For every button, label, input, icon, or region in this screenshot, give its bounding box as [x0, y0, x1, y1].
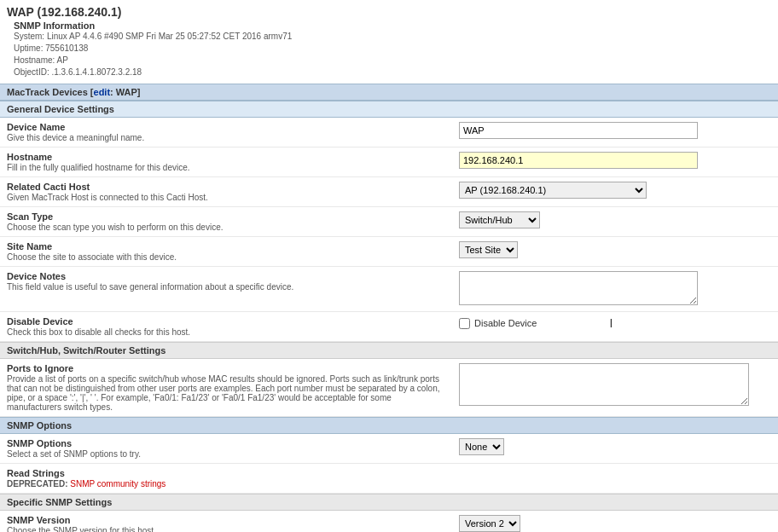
snmp-version-select[interactable]: Version 1 Version 2 Version 3: [459, 515, 520, 532]
mactrack-bar: MacTrack Devices [edit: WAP]: [0, 84, 778, 101]
snmp-info-section: SNMP Information System: Linux AP 4.4.6 …: [7, 19, 771, 82]
ports-ignore-row: Ports to Ignore Provide a list of ports …: [0, 359, 778, 417]
hostname-input-cell: [452, 147, 778, 177]
snmp-info-line4: ObjectID: .1.3.6.1.4.1.8072.3.2.18: [14, 67, 142, 77]
site-name-label: Site Name: [7, 241, 445, 252]
scan-type-row: Scan Type Choose the scan type you wish …: [0, 207, 778, 237]
device-name-desc: Give this device a meaningful name.: [7, 133, 445, 142]
cursor-indicator: I: [609, 316, 613, 330]
snmp-version-input-cell: Version 1 Version 2 Version 3: [452, 511, 778, 532]
scan-type-label: Scan Type: [7, 211, 445, 222]
disable-device-row: Disable Device Check this box to disable…: [0, 312, 778, 342]
snmp-label: SNMP Information: [14, 20, 95, 31]
hostname-row: Hostname Fill in the fully qualified hos…: [0, 147, 778, 177]
read-strings-label: Read Strings: [7, 468, 445, 478]
page-title: WAP (192.168.240.1): [7, 5, 771, 19]
snmp-info-line2: Uptime: 755610138: [14, 43, 88, 53]
specific-snmp-header: Specific SNMP Settings: [0, 494, 778, 511]
device-notes-textarea[interactable]: [459, 271, 698, 305]
device-notes-row: Device Notes This field value is useful …: [0, 267, 778, 312]
ports-ignore-label-cell: Ports to Ignore Provide a list of ports …: [0, 359, 452, 417]
switchhub-header: Switch/Hub, Switch/Router Settings: [0, 342, 778, 359]
switchhub-table: Ports to Ignore Provide a list of ports …: [0, 359, 778, 417]
deprecated-text: DEPRECATED:: [7, 479, 67, 489]
disable-device-label-cell: Disable Device Check this box to disable…: [0, 312, 452, 342]
device-name-label-cell: Device Name Give this device a meaningfu…: [0, 118, 452, 147]
read-strings-label-cell: Read Strings DEPRECATED: SNMP community …: [0, 464, 452, 494]
snmp-info-line1: System: Linux AP 4.4.6 #490 SMP Fri Mar …: [14, 32, 292, 41]
disable-device-checkbox-label: Disable Device: [474, 318, 537, 328]
general-settings-table: Device Name Give this device a meaningfu…: [0, 118, 778, 342]
cacti-host-desc: Given MacTrack Host is connected to this…: [7, 193, 445, 202]
site-name-desc: Choose the site to associate with this d…: [7, 252, 445, 262]
hostname-label-cell: Hostname Fill in the fully qualified hos…: [0, 147, 452, 177]
device-name-row: Device Name Give this device a meaningfu…: [0, 118, 778, 147]
hostname-input[interactable]: [459, 152, 698, 169]
device-notes-input-cell: [452, 267, 778, 312]
site-name-select[interactable]: Test Site: [459, 241, 518, 258]
site-name-label-cell: Site Name Choose the site to associate w…: [0, 237, 452, 267]
ports-ignore-label: Ports to Ignore: [7, 363, 445, 373]
read-strings-row: Read Strings DEPRECATED: SNMP community …: [0, 464, 778, 494]
hostname-desc: Fill in the fully qualified hostname for…: [7, 163, 445, 172]
scan-type-input-cell: Switch/Hub Switch/Router Other: [452, 207, 778, 237]
site-name-row: Site Name Choose the site to associate w…: [0, 237, 778, 267]
device-name-input[interactable]: [459, 122, 698, 139]
device-name-label: Device Name: [7, 122, 445, 132]
cacti-host-row: Related Cacti Host Given MacTrack Host i…: [0, 177, 778, 207]
cacti-host-label: Related Cacti Host: [7, 182, 445, 192]
page-header: WAP (192.168.240.1) SNMP Information Sys…: [0, 0, 778, 84]
disable-device-input-cell: Disable Device I: [452, 312, 778, 342]
disable-device-label: Disable Device: [7, 316, 445, 327]
general-settings-header: General Device Settings: [0, 101, 778, 118]
ports-ignore-textarea[interactable]: [459, 363, 749, 406]
read-strings-desc: DEPRECATED: SNMP community strings: [7, 479, 445, 489]
snmp-community-strings-link[interactable]: SNMP community strings: [70, 479, 165, 489]
snmp-options-label-cell: SNMP Options Select a set of SNMP option…: [0, 434, 452, 464]
hostname-label: Hostname: [7, 152, 445, 162]
snmp-options-table: SNMP Options Select a set of SNMP option…: [0, 434, 778, 494]
snmp-options-row: SNMP Options Select a set of SNMP option…: [0, 434, 778, 464]
snmp-version-label: SNMP Version: [7, 515, 445, 525]
specific-snmp-table: SNMP Version Choose the SNMP version for…: [0, 511, 778, 532]
snmp-options-input-cell: None: [452, 434, 778, 464]
disable-device-desc: Check this box to disable all checks for…: [7, 327, 445, 337]
device-name-input-cell: [452, 118, 778, 147]
scan-type-desc: Choose the scan type you wish to perform…: [7, 223, 445, 232]
cacti-host-label-cell: Related Cacti Host Given MacTrack Host i…: [0, 177, 452, 207]
disable-device-checkbox[interactable]: [459, 318, 470, 329]
ports-ignore-input-cell: [452, 359, 778, 417]
disable-check-area: Disable Device I: [459, 316, 771, 330]
ports-ignore-desc: Provide a list of ports on a specific sw…: [7, 374, 445, 412]
snmp-info-line3: Hostname: AP: [14, 55, 68, 65]
snmp-version-desc: Choose the SNMP version for this host.: [7, 526, 445, 532]
snmp-options-select[interactable]: None: [459, 438, 504, 455]
site-name-input-cell: Test Site: [452, 237, 778, 267]
snmp-version-row: SNMP Version Choose the SNMP version for…: [0, 511, 778, 532]
cacti-host-select[interactable]: AP (192.168.240.1): [459, 182, 647, 199]
scan-type-select[interactable]: Switch/Hub Switch/Router Other: [459, 211, 540, 228]
device-notes-label: Device Notes: [7, 271, 445, 281]
snmp-options-label: SNMP Options: [7, 438, 445, 448]
device-notes-desc: This field value is useful to save gener…: [7, 282, 445, 292]
snmp-version-label-cell: SNMP Version Choose the SNMP version for…: [0, 511, 452, 532]
scan-type-label-cell: Scan Type Choose the scan type you wish …: [0, 207, 452, 237]
read-strings-input-cell: [452, 464, 778, 494]
snmp-options-header: SNMP Options: [0, 417, 778, 434]
snmp-options-desc: Select a set of SNMP options to try.: [7, 449, 445, 459]
device-notes-label-cell: Device Notes This field value is useful …: [0, 267, 452, 312]
cacti-host-input-cell: AP (192.168.240.1): [452, 177, 778, 207]
edit-link[interactable]: edit: [94, 87, 111, 97]
